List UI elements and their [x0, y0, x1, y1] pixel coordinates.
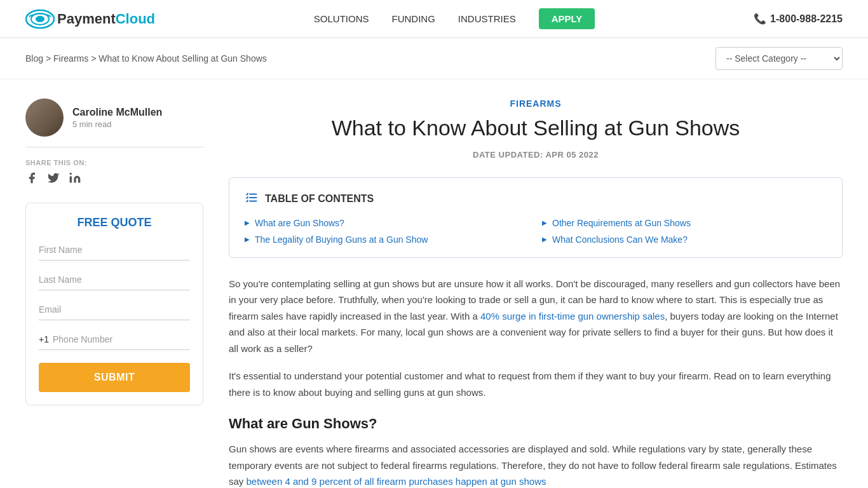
- quote-box: FREE QUOTE +1 SUBMIT: [25, 203, 203, 405]
- first-name-field[interactable]: [39, 240, 190, 261]
- article-para-3: Gun shows are events where firearms and …: [229, 441, 843, 488]
- breadcrumb-firearms[interactable]: Firearms: [53, 53, 88, 64]
- nav-industries[interactable]: INDUSTRIES: [458, 13, 516, 24]
- sidebar-divider: [25, 147, 203, 147]
- svg-point-2: [36, 16, 44, 22]
- facebook-icon[interactable]: [25, 172, 38, 187]
- nav-solutions[interactable]: SOLUTIONS: [314, 13, 369, 24]
- author-name: Caroline McMullen: [72, 107, 162, 118]
- phone-icon: 📞: [754, 13, 766, 25]
- main-nav: SOLUTIONS FUNDING INDUSTRIES APPLY: [314, 8, 595, 29]
- category-select[interactable]: -- Select Category -- Firearms High Risk…: [715, 47, 843, 70]
- toc-item-3[interactable]: ▶ The Legality of Buying Guns at a Gun S…: [245, 234, 529, 245]
- toc-arrow-1: ▶: [245, 219, 250, 226]
- toc-item-2[interactable]: ▶ Other Requirements at Gun Shows: [542, 218, 827, 228]
- breadcrumb-bar: Blog > Firearms > What to Know About Sel…: [0, 38, 868, 79]
- toc-item-1[interactable]: ▶ What are Gun Shows?: [245, 218, 529, 228]
- article-body: So you're contemplating selling at gun s…: [229, 276, 843, 488]
- article-category: FIREARMS: [229, 98, 843, 109]
- phone-field-wrapper: +1: [39, 329, 190, 350]
- logo[interactable]: PaymentCloud: [25, 8, 155, 30]
- logo-text: PaymentCloud: [57, 11, 155, 27]
- header-phone[interactable]: 📞 1-800-988-2215: [754, 13, 843, 25]
- last-name-field[interactable]: [39, 269, 190, 290]
- toc-arrow-2: ▶: [542, 219, 547, 226]
- site-header: PaymentCloud SOLUTIONS FUNDING INDUSTRIE…: [0, 0, 868, 38]
- toc-item-4[interactable]: ▶ What Conclusions Can We Make?: [542, 234, 827, 245]
- breadcrumb-blog[interactable]: Blog: [25, 53, 43, 64]
- breadcrumb: Blog > Firearms > What to Know About Sel…: [25, 53, 267, 64]
- submit-button[interactable]: SUBMIT: [39, 363, 190, 392]
- article-link-1[interactable]: 40% surge in first-time gun ownership sa…: [480, 311, 665, 322]
- article-title: What to Know About Selling at Gun Shows: [229, 115, 843, 141]
- sidebar: Caroline McMullen 5 min read SHARE THIS …: [25, 98, 203, 488]
- nav-funding[interactable]: FUNDING: [392, 13, 435, 24]
- article-date: DATE UPDATED: APR 05 2022: [229, 150, 843, 159]
- linkedin-icon[interactable]: [69, 172, 81, 187]
- toc-arrow-4: ▶: [542, 236, 547, 243]
- article-para-1: So you're contemplating selling at gun s…: [229, 276, 843, 357]
- social-icons: [25, 172, 203, 187]
- author-info: Caroline McMullen 5 min read: [72, 107, 162, 129]
- toc-header: TABLE OF CONTENTS: [245, 191, 827, 208]
- svg-point-3: [70, 173, 72, 175]
- page-body: Caroline McMullen 5 min read SHARE THIS …: [0, 79, 868, 488]
- logo-icon: [25, 8, 55, 30]
- toc-title: TABLE OF CONTENTS: [265, 193, 374, 205]
- apply-button[interactable]: APPLY: [539, 8, 595, 29]
- toc-icon: [245, 191, 259, 208]
- author-area: Caroline McMullen 5 min read: [25, 98, 203, 137]
- article-para-2: It's essential to understand your potent…: [229, 368, 843, 400]
- article: FIREARMS What to Know About Selling at G…: [229, 98, 843, 488]
- phone-prefix: +1: [39, 329, 53, 349]
- share-label: SHARE THIS ON:: [25, 159, 87, 166]
- share-section: SHARE THIS ON:: [25, 156, 203, 187]
- phone-input[interactable]: [53, 329, 190, 349]
- article-section-1-title: What are Gun Shows?: [229, 416, 843, 432]
- toc-box: TABLE OF CONTENTS ▶ What are Gun Shows? …: [229, 177, 843, 258]
- toc-grid: ▶ What are Gun Shows? ▶ Other Requiremen…: [245, 218, 827, 245]
- breadcrumb-current: What to Know About Selling at Gun Shows: [98, 53, 267, 64]
- avatar: [25, 98, 64, 137]
- author-read-time: 5 min read: [72, 119, 162, 129]
- quote-title: FREE QUOTE: [39, 216, 190, 229]
- toc-arrow-3: ▶: [245, 236, 250, 243]
- twitter-icon[interactable]: [47, 172, 60, 187]
- email-field[interactable]: [39, 299, 190, 320]
- article-link-2[interactable]: between 4 and 9 percent of all firearm p…: [247, 476, 546, 487]
